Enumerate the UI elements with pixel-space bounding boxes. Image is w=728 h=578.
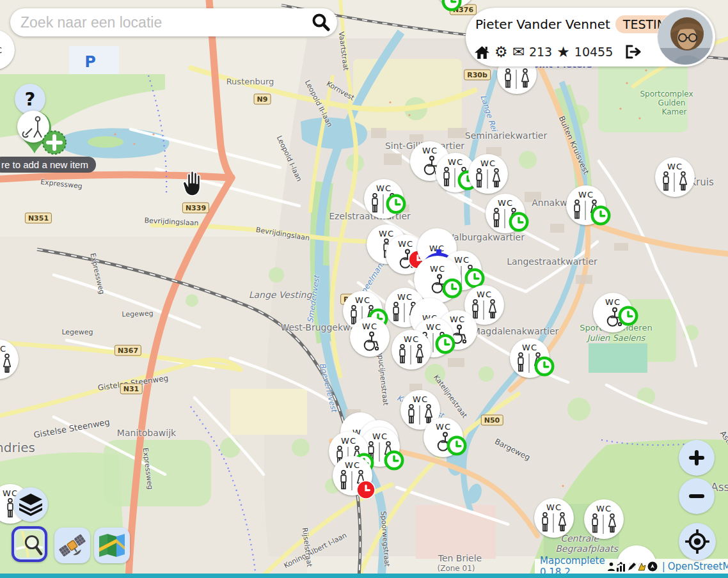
marker-label: WC: [596, 504, 612, 513]
marker-label: WC: [372, 432, 388, 441]
toilet-marker-mf[interactable]: WC: [468, 154, 508, 194]
marker-label: WC: [422, 146, 438, 155]
minus-icon: [687, 487, 706, 506]
toilet-marker-mf[interactable]: WC: [655, 157, 695, 197]
search-input[interactable]: [19, 13, 310, 32]
marker-label: WC: [0, 345, 6, 353]
background-option-satellite[interactable]: [54, 527, 90, 563]
marker-label: WC: [397, 293, 413, 301]
toilet-marker-wheelchair[interactable]: WC: [423, 418, 463, 457]
attribution-separator: |: [662, 561, 665, 572]
logout-icon[interactable]: [624, 44, 641, 59]
marker-label: WC: [436, 423, 451, 431]
contributors-icon[interactable]: [607, 562, 615, 572]
star-icon[interactable]: ★: [557, 45, 570, 59]
satellite-icon: [58, 531, 86, 559]
toilet-marker-mf[interactable]: WC: [486, 194, 525, 233]
marker-label: WC: [404, 335, 419, 343]
poi-marker-layer: WCWCWC WC WC WC WC WC WC WC WC WC WCWC W…: [0, 0, 728, 578]
background-option-map[interactable]: [94, 527, 130, 563]
marker-label: WC: [546, 503, 562, 512]
zoom-out-button[interactable]: [679, 478, 715, 514]
marker-label: WC: [345, 461, 360, 469]
toilet-marker-mf[interactable]: WC: [534, 498, 574, 538]
toilet-marker-mf[interactable]: WC: [510, 338, 550, 378]
add-item-tooltip: re to add a new item: [0, 157, 96, 173]
marker-label: WC: [430, 265, 445, 273]
marker-label: WC: [450, 315, 465, 324]
layers-icon: [18, 492, 44, 517]
marker-label: WC: [398, 240, 413, 248]
background-option-osm[interactable]: [12, 526, 47, 562]
settings-gear-icon[interactable]: ⚙: [495, 45, 508, 59]
marker-label: WC: [498, 199, 513, 207]
search-icon[interactable]: [310, 12, 331, 33]
osm-map-icon: [16, 531, 43, 558]
hand-cursor-icon: [180, 169, 205, 201]
search-bar: [10, 8, 337, 36]
user-avatar[interactable]: [657, 9, 713, 65]
toilet-marker-mf[interactable]: WC: [584, 499, 624, 539]
user-name[interactable]: Pieter Vander Vennet: [475, 17, 610, 32]
marker-label: WC: [578, 191, 594, 199]
toilet-marker-mf[interactable]: WC: [392, 330, 431, 370]
plus-icon: [687, 448, 706, 467]
marker-label: WC: [355, 296, 370, 304]
geolocate-crosshair-icon: [684, 528, 711, 555]
messages-count: 213: [529, 45, 552, 59]
toilet-marker-mf[interactable]: WC: [566, 185, 606, 225]
marker-label: WC: [426, 323, 441, 331]
user-panel: Pieter Vander Vennet TESTING ⚙ ✉ 213 ★ 1…: [466, 8, 715, 66]
marker-label: WC: [477, 290, 492, 299]
mapillary-icon[interactable]: [647, 561, 658, 572]
messages-envelope-icon[interactable]: ✉: [512, 45, 525, 59]
marker-label: WC: [341, 437, 356, 445]
josm-icon[interactable]: [637, 562, 647, 572]
marker-label: WC: [667, 162, 683, 171]
marker-label: WC: [379, 230, 394, 238]
zoom-in-button[interactable]: [679, 440, 715, 476]
marker-label: WC: [522, 343, 537, 352]
geolocate-button[interactable]: [679, 523, 716, 560]
marker-label: WC: [429, 244, 445, 253]
marker-label: WC: [0, 46, 3, 54]
toilet-marker-mf[interactable]: WC: [333, 456, 372, 496]
marker-label: WC: [448, 158, 463, 166]
marker-label: WC: [413, 395, 428, 403]
toilet-marker-wheelchair[interactable]: WC: [350, 317, 390, 357]
toilet-marker-mf[interactable]: WC: [364, 179, 404, 219]
attribution-osm-link[interactable]: OpenStreetMap: [668, 561, 728, 572]
marker-label: WC: [480, 159, 496, 168]
statistics-icon[interactable]: [616, 562, 626, 572]
marker-label: WC: [362, 322, 377, 331]
bottom-border-bar: [0, 574, 728, 578]
layers-button[interactable]: [13, 487, 48, 522]
toilet-marker-plain[interactable]: WC: [436, 0, 475, 7]
stars-count: 10455: [574, 45, 613, 59]
marker-label: WC: [454, 256, 470, 264]
marker-label: WC: [376, 184, 392, 192]
folded-map-icon: [98, 533, 126, 558]
toilet-marker-wheelchair[interactable]: WC: [593, 293, 633, 332]
toilet-marker-plain[interactable]: WC: [0, 30, 15, 70]
attribution-bar: Mapcomplete 0.18.2 | OpenStreetMap: [535, 559, 728, 574]
toilet-marker-mf[interactable]: WC: [0, 340, 19, 379]
home-icon[interactable]: [474, 45, 490, 59]
edit-pencil-icon[interactable]: [627, 562, 637, 572]
marker-label: WC: [605, 298, 621, 306]
mapcomplete-app: Brugge-Sint-PietersRustenburgVaartstraat…: [0, 0, 728, 578]
